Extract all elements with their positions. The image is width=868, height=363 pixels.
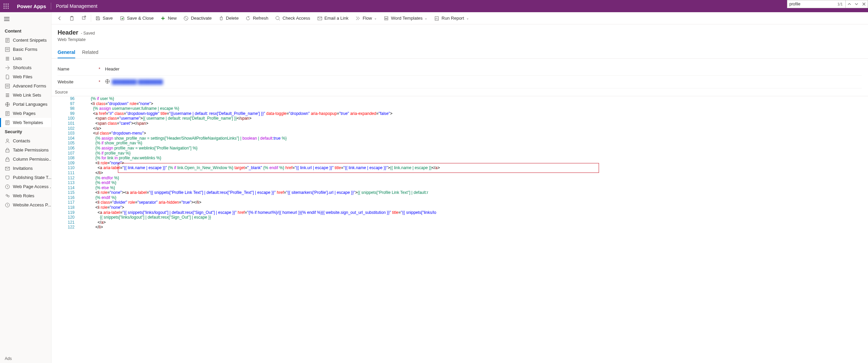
svg-point-15 (6, 139, 8, 141)
delete-button[interactable]: Delete (215, 12, 242, 24)
report-icon (434, 16, 439, 21)
nav-item-label: Lists (13, 56, 22, 61)
popout-icon (81, 16, 87, 21)
invite-icon (5, 166, 10, 171)
sidebar-footer: Ads (0, 354, 51, 363)
nav-item-label: Web Templates (13, 120, 43, 125)
nav-item-label: Table Permissions (13, 147, 49, 153)
sidebar-item-website-access-p-[interactable]: Website Access P... (0, 200, 51, 209)
svg-rect-10 (5, 47, 9, 52)
word-icon (384, 16, 389, 21)
globe-icon (105, 79, 110, 85)
role-icon (5, 193, 10, 199)
refresh-button[interactable]: Refresh (242, 12, 272, 24)
sidebar-item-portal-languages[interactable]: Portal Languages (0, 100, 51, 109)
find-bar: 1/1 (787, 0, 868, 8)
sidebar-item-web-roles[interactable]: Web Roles (0, 191, 51, 200)
svg-rect-16 (6, 150, 9, 152)
flow-icon (355, 16, 360, 21)
code-editor[interactable]: 9697989910010110210310410510610710810911… (51, 96, 868, 363)
tab-related[interactable]: Related (82, 47, 98, 58)
checkaccess-button[interactable]: Check Access (272, 12, 314, 24)
back-button[interactable] (54, 12, 66, 24)
shortcut-icon (5, 65, 10, 70)
sidebar-item-basic-forms[interactable]: Basic Forms (0, 45, 51, 54)
person-icon (5, 138, 10, 144)
svg-point-5 (8, 6, 9, 7)
svg-point-20 (6, 194, 8, 196)
form-tabs: GeneralRelated (51, 47, 868, 59)
saveclose-icon (120, 16, 125, 21)
website-label: Website (58, 79, 74, 84)
new-button[interactable]: New (157, 12, 180, 24)
nav-item-label: Shortcuts (13, 65, 32, 70)
nav-item-label: Advanced Forms (13, 83, 46, 88)
page-icon (5, 111, 10, 116)
report-button[interactable]: Run Report⌄ (431, 12, 472, 24)
find-next-button[interactable] (853, 0, 860, 8)
name-field[interactable]: Header (105, 66, 120, 72)
form-icon (5, 47, 10, 52)
command-label: Save (103, 16, 113, 21)
save-button[interactable]: Save (92, 12, 116, 24)
flow-button[interactable]: Flow⌄ (352, 12, 380, 24)
sidebar-item-web-link-sets[interactable]: Web Link Sets (0, 90, 51, 100)
svg-point-1 (6, 4, 7, 5)
line-gutter: 9697989910010110210310410510610710810911… (51, 96, 77, 363)
sidebar-item-shortcuts[interactable]: Shortcuts (0, 63, 51, 72)
sidebar-item-web-page-access-[interactable]: Web Page Access ... (0, 182, 51, 191)
word-button[interactable]: Word Templates⌄ (380, 12, 431, 24)
sidebar-item-publishing-state-t-[interactable]: Publishing State T... (0, 173, 51, 182)
sidebar-item-invitations[interactable]: Invitations (0, 164, 51, 173)
check-icon (275, 16, 281, 21)
website-field[interactable]: ████████ ████████ (105, 79, 163, 85)
app-brand[interactable]: Power Apps (12, 3, 51, 9)
command-label: Delete (226, 16, 239, 21)
nav-item-label: Web Page Access ... (13, 184, 51, 189)
command-label: Run Report (441, 16, 464, 21)
record-header: Header - Saved Web Template (51, 24, 868, 44)
task-button[interactable] (66, 12, 78, 24)
saveclose-button[interactable]: Save & Close (116, 12, 157, 24)
plus-icon (160, 16, 166, 21)
open-button[interactable] (78, 12, 90, 24)
file-icon (5, 74, 10, 80)
state-icon (5, 175, 10, 180)
sidebar-item-web-templates[interactable]: Web Templates (0, 118, 51, 127)
website-value: ████████ ████████ (112, 79, 163, 84)
deactivate-button[interactable]: Deactivate (180, 12, 215, 24)
chevron-down-icon: ⌄ (425, 16, 427, 20)
app-area[interactable]: Portal Management (51, 3, 102, 9)
command-label: Word Templates (391, 16, 422, 21)
page-icon (5, 120, 10, 125)
nav-item-label: Portal Languages (13, 102, 47, 107)
sidebar-item-web-pages[interactable]: Web Pages (0, 109, 51, 118)
find-close-button[interactable] (860, 0, 868, 8)
email-button[interactable]: Email a Link (314, 12, 352, 24)
source-label: Source (51, 88, 868, 96)
sidebar-item-table-permissions[interactable]: Table Permissions (0, 145, 51, 155)
command-label: Save & Close (127, 16, 154, 21)
sidebar-item-web-files[interactable]: Web Files (0, 72, 51, 81)
required-indicator: * (99, 66, 100, 72)
nav-item-label: Contacts (13, 138, 30, 143)
perm-icon (5, 147, 10, 153)
tab-general[interactable]: General (58, 47, 75, 58)
sidebar-toggle-button[interactable] (0, 14, 51, 24)
svg-point-21 (8, 195, 9, 197)
nav-item-label: Web Roles (13, 193, 34, 198)
sidebar-item-lists[interactable]: Lists (0, 54, 51, 63)
find-prev-button[interactable] (845, 0, 853, 8)
sidebar-item-column-permissio-[interactable]: Column Permissio... (0, 155, 51, 164)
nav-item-label: Column Permissio... (13, 157, 51, 162)
find-input[interactable] (787, 2, 835, 6)
chevron-down-icon: ⌄ (374, 16, 377, 20)
sidebar-item-content-snippets[interactable]: Content Snippets (0, 36, 51, 45)
app-launcher-button[interactable] (0, 0, 12, 12)
refresh-icon (245, 16, 251, 21)
code-content[interactable]: {% if user %} <li class="dropdown" role=… (77, 96, 440, 363)
sidebar-item-contacts[interactable]: Contacts (0, 136, 51, 145)
nav-item-label: Web Pages (13, 111, 36, 116)
svg-point-8 (8, 8, 9, 9)
sidebar-item-advanced-forms[interactable]: Advanced Forms (0, 81, 51, 90)
